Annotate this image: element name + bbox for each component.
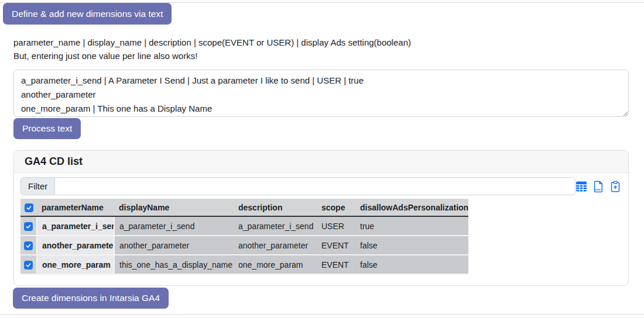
instruction-format-line: parameter_name | display_name | descript… <box>13 36 411 49</box>
column-header-scope: scope <box>317 199 355 216</box>
card-body: Filter csv <box>14 173 628 279</box>
instruction-hint-line: But, entering just one value per line al… <box>13 49 411 63</box>
card-header: GA4 CD list <box>14 151 628 173</box>
column-header-description: description <box>234 199 317 216</box>
filter-label: Filter <box>20 177 55 195</box>
column-header-displayName: displayName <box>114 199 234 216</box>
instructions: parameter_name | display_name | descript… <box>13 36 411 63</box>
card-title: GA4 CD list <box>25 155 83 168</box>
column-header-disallowAdsPersonalization: disallowAdsPersonalization <box>355 199 468 216</box>
cell-parameterName: one_more_param <box>37 255 114 274</box>
process-text-button[interactable]: Process text <box>13 118 81 139</box>
table-header-row: parameterName displayName description sc… <box>20 199 468 216</box>
filter-row: Filter csv <box>20 177 622 195</box>
cell-disallowAdsPersonalization: true <box>355 216 468 236</box>
ga4-cd-list-card: GA4 CD list Filter <box>13 150 629 286</box>
page: Define & add new dimensions via text par… <box>0 0 644 318</box>
clipboard-plus-icon[interactable] <box>609 181 621 192</box>
cell-description: one_more_param <box>234 255 317 274</box>
cd-table: parameterName displayName description sc… <box>20 199 468 275</box>
filter-input-group: Filter <box>20 177 576 195</box>
cell-parameterName: a_parameter_i_send <box>37 216 114 236</box>
row-checkbox[interactable] <box>24 222 33 231</box>
cell-scope: EVENT <box>317 236 355 255</box>
row-checkbox[interactable] <box>24 241 33 250</box>
cell-scope: USER <box>317 216 355 236</box>
row-checkbox[interactable] <box>24 261 33 269</box>
table-row[interactable]: one_more_param this_one_has_a_display_na… <box>20 255 468 274</box>
column-header-parameterName: parameterName <box>37 199 114 216</box>
svg-text:csv: csv <box>595 187 601 191</box>
define-dimensions-button[interactable]: Define & add new dimensions via text <box>3 3 172 25</box>
table-row[interactable]: a_parameter_i_send a_parameter_i_send a_… <box>20 216 468 236</box>
select-all-checkbox[interactable] <box>25 203 33 212</box>
cell-displayName: this_one_has_a_display_name <box>114 255 234 274</box>
cell-disallowAdsPersonalization: false <box>355 236 468 255</box>
cell-description: another_parameter <box>234 236 317 255</box>
cell-description: a_parameter_i_send <box>234 216 317 236</box>
dimensions-text-input[interactable]: a_parameter_i_send | A Parameter I Send … <box>13 70 629 117</box>
table-toolbar: csv <box>576 181 622 192</box>
cell-disallowAdsPersonalization: false <box>355 255 468 274</box>
table-row[interactable]: another_parameter another_parameter anot… <box>20 236 468 255</box>
table-icon[interactable] <box>576 181 587 192</box>
create-dimensions-button[interactable]: Create dimensions in Intarsia GA4 <box>13 288 169 309</box>
cell-scope: EVENT <box>317 255 355 274</box>
bottom-divider <box>0 314 644 314</box>
cell-displayName: a_parameter_i_send <box>114 216 234 236</box>
cell-displayName: another_parameter <box>114 236 234 255</box>
csv-file-icon[interactable]: csv <box>592 181 604 192</box>
filter-input[interactable] <box>55 177 576 195</box>
cell-parameterName: another_parameter <box>37 236 114 255</box>
